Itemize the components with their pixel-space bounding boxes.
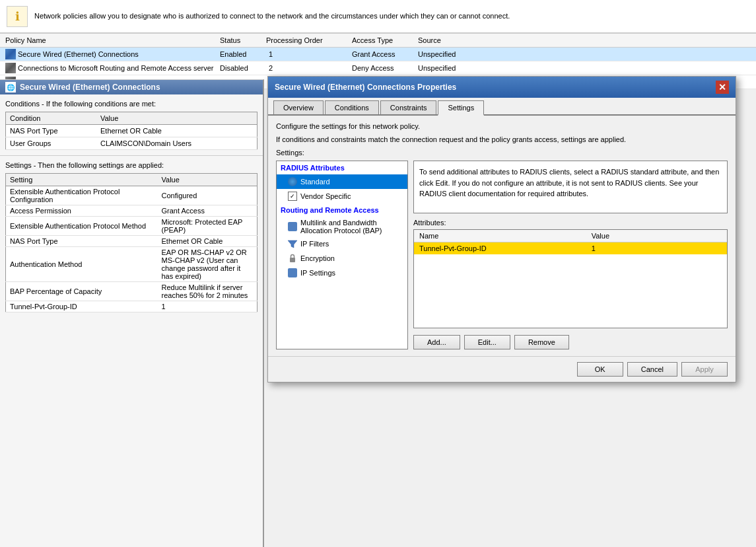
policy-name-1: Connections to Microsoft Routing and Rem… [18, 64, 214, 72]
cancel-button[interactable]: Cancel [627, 362, 677, 377]
table-row: BAP Percentage of CapacityReduce Multili… [6, 282, 258, 301]
settings-label: Settings: [276, 149, 728, 157]
policy-access-0: Grant Access [352, 50, 418, 58]
attr-row-0-value: 1 [586, 242, 727, 255]
settings-row-4-value: EAP OR MS-CHAP v2 OR MS-CHAP v2 (User ca… [158, 247, 258, 282]
lock-icon [287, 253, 298, 264]
settings-table: Setting Value Extensible Authentication … [5, 173, 258, 312]
configure-text-2: If conditions and constraints match the … [276, 135, 728, 143]
table-row: NAS Port TypeEthernet OR Cable [6, 236, 258, 247]
tree-item-encryption-label: Encryption [300, 254, 335, 262]
tree-item-ip-settings[interactable]: IP Settings [277, 266, 407, 280]
settings-section: Settings - Then the following settings a… [0, 155, 263, 318]
left-panel-icon: 🌐 [5, 82, 16, 92]
ok-button[interactable]: OK [577, 362, 623, 377]
settings-col-value: Value [158, 174, 258, 186]
filter-icon [287, 238, 298, 249]
ip-settings-icon [287, 268, 298, 278]
cond-col-value: Value [96, 112, 258, 125]
attr-row-0-name: Tunnel-Pvt-Group-ID [414, 242, 586, 255]
tree-item-ip-settings-label: IP Settings [300, 269, 335, 277]
policy-order-0: 1 [266, 50, 352, 58]
info-icon-wrapper: ℹ [7, 6, 28, 27]
col-header-order: Processing Order [266, 36, 352, 44]
settings-row-1-value: Grant Access [158, 205, 258, 217]
tree-item-standard[interactable]: Standard [277, 174, 407, 189]
attributes-label: Attributes: [413, 219, 728, 227]
radius-section-header[interactable]: RADIUS Attributes [277, 161, 407, 174]
col-header-access: Access Type [352, 36, 418, 44]
policy-name-0: Secure Wired (Ethernet) Connections [18, 50, 139, 58]
settings-row-0-value: Configured [158, 186, 258, 205]
settings-col-setting: Setting [6, 174, 158, 186]
settings-section-label: Settings - Then the following settings a… [5, 161, 258, 169]
modal-dialog: Secure Wired (Ethernet) Connections Prop… [267, 76, 736, 383]
tab-settings[interactable]: Settings [438, 100, 484, 116]
tab-conditions[interactable]: Conditions [325, 100, 379, 114]
routing-section-header[interactable]: Routing and Remote Access [277, 203, 407, 217]
tree-item-vendor-label: Vendor Specific [300, 192, 351, 200]
settings-row-4-setting: Authentication Method [6, 247, 158, 282]
cond-row-1-condition: User Groups [6, 137, 96, 150]
attributes-table: Name Value Tunnel-Pvt-Group-ID 1 [414, 230, 727, 254]
table-row: Access PermissionGrant Access [6, 205, 258, 217]
table-row: Extensible Authentication Protocol Metho… [6, 217, 258, 236]
attributes-table-container[interactable]: Name Value Tunnel-Pvt-Group-ID 1 [413, 229, 728, 328]
conditions-label: Conditions - If the following conditions… [5, 100, 258, 108]
policy-status-0: Enabled [220, 50, 266, 58]
edit-button[interactable]: Edit... [464, 335, 510, 349]
tree-panel: RADIUS Attributes Standard ✓ Vendor Spec… [276, 161, 408, 349]
multilink-icon [287, 221, 298, 232]
close-button[interactable]: ✕ [716, 81, 729, 94]
svg-marker-0 [288, 240, 297, 248]
settings-row-3-setting: NAS Port Type [6, 236, 158, 247]
apply-button[interactable]: Apply [681, 362, 728, 377]
svg-rect-1 [290, 258, 295, 262]
modal-title: Secure Wired (Ethernet) Connections Prop… [275, 83, 456, 92]
attribute-buttons: Add... Edit... Remove [413, 335, 728, 349]
main-container: ℹ Network policies allow you to designat… [0, 0, 756, 547]
tree-item-multilink-label: Multilink and Bandwidth Allocation Proto… [300, 219, 403, 235]
check-icon: ✓ [287, 191, 298, 201]
table-row: User Groups CLAIMSCON\Domain Users [6, 137, 258, 150]
policy-access-1: Deny Access [352, 64, 418, 72]
footer-buttons: OK Cancel Apply [268, 356, 736, 382]
add-button[interactable]: Add... [413, 335, 460, 349]
conditions-section: Conditions - If the following conditions… [0, 94, 263, 155]
table-row[interactable]: Secure Wired (Ethernet) Connections Enab… [0, 48, 756, 61]
cond-row-1-value: CLAIMSCON\Domain Users [96, 137, 258, 150]
left-panel-title: 🌐 Secure Wired (Ethernet) Connections [0, 80, 263, 94]
info-icon: ℹ [7, 6, 28, 27]
attributes-panel: To send additional attributes to RADIUS … [413, 161, 728, 349]
tree-item-multilink[interactable]: Multilink and Bandwidth Allocation Proto… [277, 217, 407, 237]
globe-icon [287, 176, 298, 187]
tree-item-vendor-specific[interactable]: ✓ Vendor Specific [277, 189, 407, 203]
policy-source-1: Unspecified [418, 64, 497, 72]
info-text: Network policies allow you to designate … [34, 11, 510, 21]
table-row: Extensible Authentication Protocol Confi… [6, 186, 258, 205]
tab-constraints[interactable]: Constraints [380, 100, 437, 114]
table-row: Tunnel-Pvt-Group-ID1 [6, 301, 258, 312]
policy-status-1: Disabled [220, 64, 266, 72]
configure-text-1: Configure the settings for this network … [276, 122, 728, 130]
cond-row-0-value: Ethernet OR Cable [96, 125, 258, 137]
tree-item-encryption[interactable]: Encryption [277, 251, 407, 266]
remove-button[interactable]: Remove [514, 335, 569, 349]
table-row[interactable]: Connections to Microsoft Routing and Rem… [0, 61, 756, 75]
tabs-container: Overview Conditions Constraints Settings [268, 98, 736, 116]
table-row: Authentication MethodEAP OR MS-CHAP v2 O… [6, 247, 258, 282]
settings-row-1-setting: Access Permission [6, 205, 158, 217]
attr-col-value: Value [586, 230, 727, 242]
cond-row-0-condition: NAS Port Type [6, 125, 96, 137]
settings-row-2-value: Microsoft: Protected EAP (PEAP) [158, 217, 258, 236]
attr-col-name: Name [414, 230, 586, 242]
tree-item-standard-label: Standard [300, 178, 330, 186]
table-row[interactable]: Tunnel-Pvt-Group-ID 1 [414, 242, 727, 255]
tree-item-ip-filters[interactable]: IP Filters [277, 237, 407, 251]
tree-item-ip-filters-label: IP Filters [300, 240, 329, 248]
settings-row-6-setting: Tunnel-Pvt-Group-ID [6, 301, 158, 312]
tab-overview[interactable]: Overview [273, 100, 324, 114]
settings-row-6-value: 1 [158, 301, 258, 312]
settings-row-5-setting: BAP Percentage of Capacity [6, 282, 158, 301]
policy-order-1: 2 [266, 64, 352, 72]
